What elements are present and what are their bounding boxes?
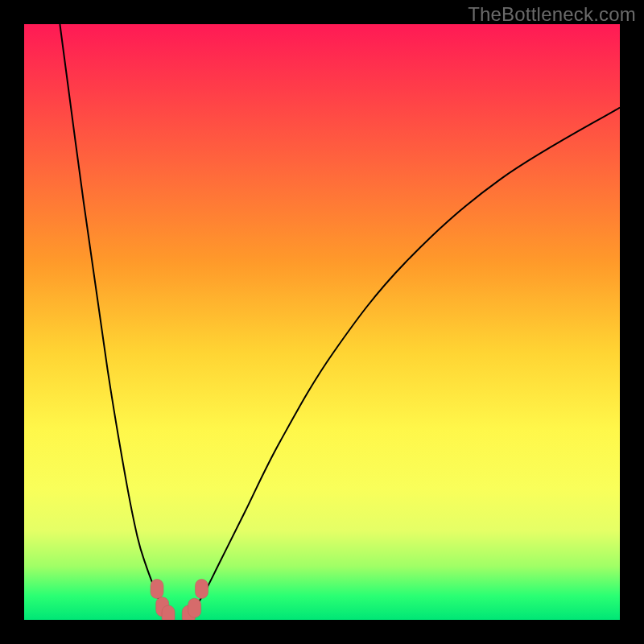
curve-marker <box>188 598 201 617</box>
curve-marker <box>151 580 163 599</box>
curve-right-branch <box>185 108 620 620</box>
curve-marker <box>162 605 175 620</box>
curve-svg <box>24 24 620 620</box>
curve-marker <box>196 580 208 599</box>
curve-markers <box>151 580 208 620</box>
chart-plot-area <box>24 24 620 620</box>
curve-marker <box>156 597 169 617</box>
watermark-text: TheBottleneck.com <box>468 3 636 26</box>
curve-left-branch <box>60 24 173 620</box>
curve-marker <box>182 605 195 620</box>
